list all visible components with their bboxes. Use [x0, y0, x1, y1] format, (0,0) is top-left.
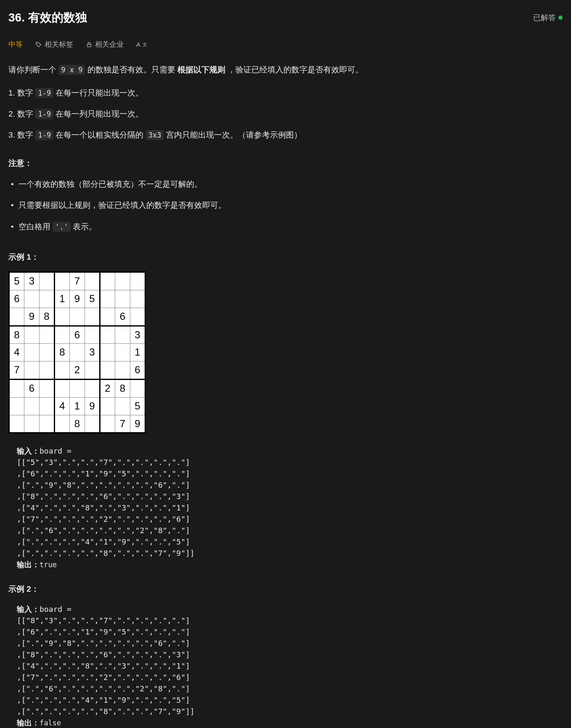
rules-list: 1. 数字 1-9 在每一行只能出现一次。 2. 数字 1-9 在每一列只能出现…: [8, 86, 563, 142]
sudoku-cell: 9: [70, 290, 85, 308]
sudoku-cell: 7: [9, 361, 24, 380]
sudoku-cell: [100, 415, 115, 433]
code-3x3: 3x3: [146, 130, 164, 140]
sudoku-cell: [24, 361, 40, 380]
example1-output: true: [40, 561, 57, 569]
example2-board: [["8","3",".",".","7",".",".",".","."] ,…: [17, 616, 195, 716]
example2-label: 示例 2：: [8, 582, 563, 596]
sudoku-cell: [130, 379, 145, 397]
sudoku-cell: [70, 379, 85, 397]
code-dot: '.': [53, 222, 71, 232]
sudoku-cell: 3: [130, 326, 145, 344]
sudoku-cell: 8: [55, 344, 70, 361]
sudoku-cell: [55, 326, 70, 344]
sudoku-cell: 2: [100, 379, 115, 397]
meta-row: 中等 相关标签 相关企业 A文: [8, 39, 563, 51]
sudoku-cell: [100, 361, 115, 380]
note-item: 空白格用 '.' 表示。: [11, 220, 563, 234]
sudoku-cell: [115, 344, 130, 361]
sudoku-cell: 7: [115, 415, 130, 433]
sudoku-cell: [40, 397, 55, 415]
sudoku-cell: [100, 308, 115, 326]
sudoku-cell: [100, 272, 115, 290]
fontsize-button[interactable]: A文: [136, 39, 147, 50]
sudoku-cell: [130, 290, 145, 308]
sudoku-cell: [85, 308, 100, 326]
sudoku-cell: [40, 379, 55, 397]
code-1-9: 1-9: [35, 88, 53, 98]
sudoku-cell: [115, 326, 130, 344]
sudoku-cell: [85, 361, 100, 380]
sudoku-cell: 8: [70, 415, 85, 433]
tag-icon: [35, 41, 42, 48]
sudoku-cell: 1: [55, 290, 70, 308]
sudoku-grid: 537619598686348317266284195879: [8, 271, 146, 433]
example2-io: 输入：board = [["8","3",".",".","7",".","."…: [17, 603, 563, 728]
sudoku-cell: [24, 290, 40, 308]
sudoku-cell: 8: [115, 379, 130, 397]
svg-rect-1: [87, 44, 91, 47]
sudoku-cell: [40, 344, 55, 361]
rule-3: 3. 数字 1-9 在每一个以粗实线分隔的 3x3 宫内只能出现一次。（请参考示…: [8, 128, 563, 142]
description: 请你判断一个 9 x 9 的数独是否有效。只需要 根据以下规则 ，验证已经填入的…: [8, 63, 563, 77]
sudoku-cell: [130, 308, 145, 326]
sudoku-cell: [55, 361, 70, 380]
sudoku-cell: [85, 415, 100, 433]
page-title: 36. 有效的数独: [8, 8, 87, 28]
sudoku-cell: 1: [130, 344, 145, 361]
svg-point-0: [37, 43, 37, 44]
fontsize-label: A: [136, 39, 140, 50]
sudoku-cell: [70, 344, 85, 361]
sudoku-cell: 6: [70, 326, 85, 344]
sudoku-cell: [40, 415, 55, 433]
sudoku-cell: [9, 415, 24, 433]
companies-label: 相关企业: [95, 39, 124, 51]
sudoku-cell: 9: [130, 415, 145, 433]
sudoku-cell: [115, 361, 130, 380]
sudoku-cell: 8: [9, 326, 24, 344]
sudoku-cell: [40, 326, 55, 344]
sudoku-cell: 6: [9, 290, 24, 308]
sudoku-cell: [85, 326, 100, 344]
tags-button[interactable]: 相关标签: [35, 39, 73, 51]
note-item: 一个有效的数独（部分已被填充）不一定是可解的。: [11, 178, 563, 191]
example2-output: false: [40, 719, 61, 727]
sudoku-cell: [40, 290, 55, 308]
sudoku-cell: 6: [130, 361, 145, 380]
sudoku-cell: [24, 415, 40, 433]
sudoku-cell: [55, 379, 70, 397]
sudoku-cell: [55, 308, 70, 326]
sudoku-cell: 5: [130, 397, 145, 415]
sudoku-cell: [40, 361, 55, 380]
sudoku-cell: [100, 397, 115, 415]
sudoku-cell: [85, 379, 100, 397]
check-icon: [558, 16, 563, 20]
notes-list: 一个有效的数独（部分已被填充）不一定是可解的。 只需要根据以上规则，验证已经填入…: [11, 178, 563, 234]
sudoku-cell: [9, 308, 24, 326]
sudoku-cell: [100, 290, 115, 308]
sudoku-cell: [130, 272, 145, 290]
sudoku-cell: [100, 344, 115, 361]
difficulty-label: 中等: [8, 39, 23, 51]
sudoku-cell: 7: [70, 272, 85, 290]
code-1-9: 1-9: [35, 109, 53, 119]
example1-label: 示例 1：: [8, 250, 563, 264]
notes-title: 注意：: [8, 157, 563, 170]
sudoku-cell: 4: [9, 344, 24, 361]
sudoku-cell: [24, 326, 40, 344]
example1-io: 输入：board = [["5","3",".",".","7",".","."…: [17, 445, 563, 571]
sudoku-cell: [40, 272, 55, 290]
sudoku-cell: 9: [24, 308, 40, 326]
sudoku-cell: 5: [9, 272, 24, 290]
sudoku-cell: [115, 290, 130, 308]
sudoku-cell: [24, 344, 40, 361]
lock-icon: [86, 41, 93, 48]
sudoku-cell: 9: [85, 397, 100, 415]
sudoku-cell: [55, 272, 70, 290]
sudoku-cell: 3: [24, 272, 40, 290]
sudoku-cell: [100, 326, 115, 344]
sudoku-cell: 6: [115, 308, 130, 326]
solved-badge: 已解答: [533, 11, 563, 24]
companies-button[interactable]: 相关企业: [86, 39, 124, 51]
sudoku-cell: 1: [70, 397, 85, 415]
